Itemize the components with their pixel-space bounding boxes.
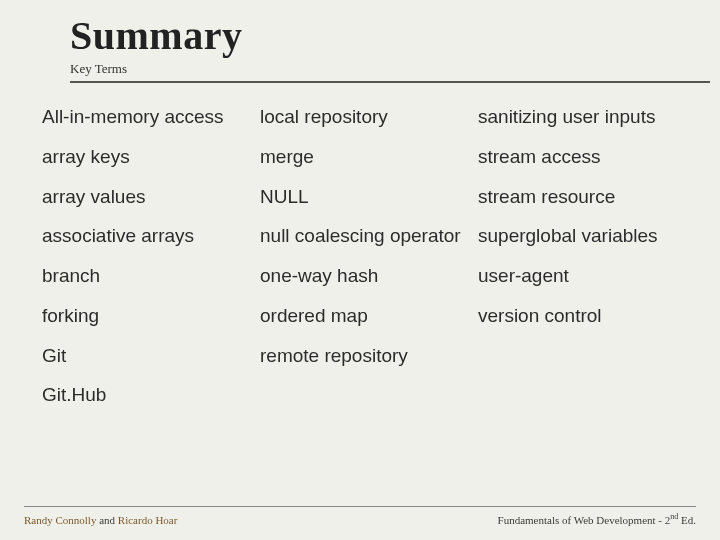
author-name: Randy Connolly (24, 514, 96, 526)
term-item: one-way hash (260, 264, 466, 288)
terms-column-1: All-in-memory access array keys array va… (42, 105, 248, 423)
term-item: merge (260, 145, 466, 169)
footer-book: Fundamentals of Web Development - 2nd Ed… (498, 512, 696, 526)
term-item: sanitizing user inputs (478, 105, 684, 129)
term-item: superglobal variables (478, 224, 684, 248)
terms-grid: All-in-memory access array keys array va… (42, 105, 684, 423)
term-item: associative arrays (42, 224, 248, 248)
term-item: Git.Hub (42, 383, 248, 407)
title-divider (70, 81, 710, 83)
term-item: array keys (42, 145, 248, 169)
term-item: branch (42, 264, 248, 288)
book-title-suffix: Ed. (678, 514, 696, 526)
term-item: forking (42, 304, 248, 328)
term-item: user-agent (478, 264, 684, 288)
term-item: stream access (478, 145, 684, 169)
term-item: local repository (260, 105, 466, 129)
slide: Summary Key Terms All-in-memory access a… (0, 0, 720, 540)
book-title-prefix: Fundamentals of Web Development - 2 (498, 514, 671, 526)
terms-column-2: local repository merge NULL null coalesc… (260, 105, 466, 423)
term-item: All-in-memory access (42, 105, 248, 129)
term-item: Git (42, 344, 248, 368)
term-item: version control (478, 304, 684, 328)
term-item: ordered map (260, 304, 466, 328)
term-item: remote repository (260, 344, 466, 368)
term-item: stream resource (478, 185, 684, 209)
author-name: Ricardo Hoar (118, 514, 178, 526)
term-item: null coalescing operator (260, 224, 466, 248)
footer: Randy Connolly and Ricardo Hoar Fundamen… (24, 512, 696, 526)
page-subtitle: Key Terms (70, 61, 684, 77)
term-item: NULL (260, 185, 466, 209)
page-title: Summary (70, 12, 684, 59)
terms-column-3: sanitizing user inputs stream access str… (478, 105, 684, 423)
footer-authors: Randy Connolly and Ricardo Hoar (24, 514, 177, 526)
author-joiner: and (96, 514, 117, 526)
title-block: Summary Key Terms (70, 12, 684, 83)
term-item: array values (42, 185, 248, 209)
footer-divider (24, 506, 696, 507)
